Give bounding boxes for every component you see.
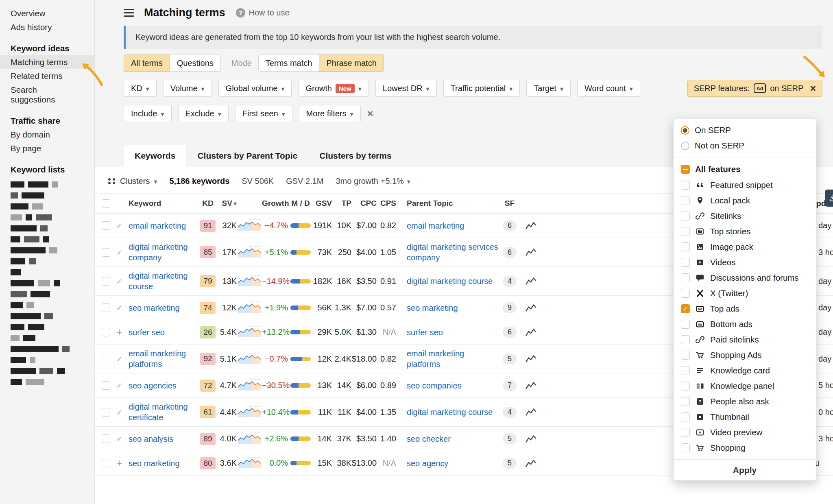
checkbox[interactable] <box>681 382 690 391</box>
col-sv[interactable]: SV <box>218 199 237 208</box>
filter-traffic-potential[interactable]: Traffic potential <box>443 80 520 97</box>
chart-icon[interactable] <box>526 248 536 257</box>
parent-topic-link[interactable]: email marketing <box>407 220 464 231</box>
parent-topic-link[interactable]: surfer seo <box>407 327 443 338</box>
filter-target[interactable]: Target <box>526 80 571 97</box>
tab-keywords[interactable]: Keywords <box>124 145 186 167</box>
serp-feature-people-also-ask[interactable]: ?People also ask <box>674 394 816 409</box>
checkbox[interactable] <box>681 412 690 421</box>
checkbox[interactable] <box>681 181 690 190</box>
chart-icon[interactable] <box>526 221 536 230</box>
tab-clusters-by-parent-topic[interactable]: Clusters by Parent Topic <box>186 145 308 167</box>
radio-icon[interactable] <box>681 126 689 135</box>
add-icon[interactable] <box>116 328 122 337</box>
parent-topic-link[interactable]: digital marketing services company <box>407 242 499 263</box>
checkbox[interactable] <box>681 366 690 375</box>
clear-filters-icon[interactable] <box>367 108 373 119</box>
sidebar-item-matching-terms[interactable]: Matching terms <box>0 55 94 69</box>
col-sf[interactable]: SF <box>499 199 521 208</box>
filter-word-count[interactable]: Word count <box>577 80 640 97</box>
serp-feature-top-stories[interactable]: Top stories <box>674 224 816 239</box>
keyword-link[interactable]: seo analysis <box>129 434 173 444</box>
checkbox[interactable] <box>681 227 690 236</box>
serp-feature-paid-sitelinks[interactable]: Paid sitelinks <box>674 332 816 347</box>
col-kd[interactable]: KD <box>198 199 218 208</box>
row-checkbox[interactable] <box>102 408 110 417</box>
tab-clusters-by-terms[interactable]: Clusters by terms <box>308 145 402 167</box>
sidebar-item-related-terms[interactable]: Related terms <box>0 69 94 83</box>
keyword-link[interactable]: email marketing <box>129 220 186 231</box>
col-keyword[interactable]: Keyword <box>129 199 198 208</box>
checkbox[interactable] <box>681 304 690 313</box>
sidebar-item-by-domain[interactable]: By domain <box>0 128 94 142</box>
radio-not-on-serp[interactable]: Not on SERP <box>674 138 816 153</box>
row-checkbox[interactable] <box>102 248 110 257</box>
row-checkbox[interactable] <box>102 381 110 390</box>
sidebar-item-overview[interactable]: Overview <box>0 7 94 20</box>
tab-phrase-match[interactable]: Phrase match <box>319 55 384 72</box>
tab-questions[interactable]: Questions <box>170 55 221 72</box>
col-cps[interactable]: CPS <box>377 199 396 208</box>
col-tp[interactable]: TP <box>332 199 351 208</box>
col-gsv[interactable]: GSV <box>313 199 332 208</box>
how-to-use-link[interactable]: How to use <box>236 8 290 17</box>
serp-feature-image-pack[interactable]: Image pack <box>674 239 816 255</box>
keyword-link[interactable]: email marketing platforms <box>129 348 194 369</box>
checkbox[interactable] <box>681 335 690 344</box>
tab-all-terms[interactable]: All terms <box>124 55 170 72</box>
tab-terms-match[interactable]: Terms match <box>258 55 319 72</box>
col-cpc[interactable]: CPC <box>351 199 377 208</box>
checkbox[interactable] <box>681 196 690 205</box>
indeterminate-checkbox[interactable] <box>681 165 690 174</box>
radio-icon[interactable] <box>681 142 689 150</box>
chart-icon[interactable] <box>526 277 536 286</box>
serp-feature-bottom-ads[interactable]: AdBottom ads <box>674 316 816 332</box>
keyword-link[interactable]: digital marketing certificate <box>129 401 194 423</box>
filter-include[interactable]: Include <box>124 105 172 122</box>
keyword-link[interactable]: seo agencies <box>129 380 177 391</box>
parent-topic-link[interactable]: seo agency <box>407 458 448 469</box>
keyword-link[interactable]: digital marketing course <box>129 271 194 292</box>
clusters-dropdown[interactable]: Clusters <box>108 177 157 186</box>
row-checkbox[interactable] <box>102 221 110 230</box>
serp-feature-top-ads[interactable]: AdTop ads <box>674 301 816 316</box>
serp-feature-shopping[interactable]: Shopping <box>674 440 816 456</box>
keyword-link[interactable]: seo marketing <box>129 458 180 469</box>
serp-feature-sitelinks[interactable]: Sitelinks <box>674 208 816 224</box>
checkbox[interactable] <box>681 443 690 452</box>
filter-growth[interactable]: GrowthNew <box>298 80 369 97</box>
serp-feature-knowledge-card[interactable]: Knowledge card <box>674 363 816 378</box>
filter-global-volume[interactable]: Global volume <box>218 80 292 97</box>
checkbox[interactable] <box>681 351 690 360</box>
add-icon[interactable] <box>116 459 122 468</box>
checkbox[interactable] <box>681 397 690 406</box>
serp-feature-video-preview[interactable]: Video preview <box>674 425 816 440</box>
row-checkbox[interactable] <box>102 355 110 363</box>
filter-more-filters[interactable]: More filters <box>299 105 361 122</box>
filter-volume[interactable]: Volume <box>163 80 212 97</box>
filter-exclude[interactable]: Exclude <box>178 105 229 122</box>
parent-topic-link[interactable]: seo marketing <box>407 303 458 313</box>
sidebar-item-search-suggestions[interactable]: Search suggestions <box>0 83 94 107</box>
checkbox[interactable] <box>681 320 690 329</box>
export-button[interactable] <box>825 190 833 207</box>
parent-topic-link[interactable]: email marketing platforms <box>407 348 499 369</box>
filter-kd[interactable]: KD <box>124 80 157 97</box>
sidebar-item-by-page[interactable]: By page <box>0 142 94 155</box>
keyword-link[interactable]: digital marketing company <box>129 242 194 263</box>
select-all-checkbox[interactable] <box>102 199 110 208</box>
filter-lowest-dr[interactable]: Lowest DR <box>375 80 437 97</box>
parent-topic-link[interactable]: seo companies <box>407 380 462 391</box>
all-features-toggle[interactable]: All features <box>674 161 816 177</box>
serp-feature-shopping-ads[interactable]: Shopping Ads <box>674 347 816 363</box>
row-checkbox[interactable] <box>102 328 110 336</box>
chart-icon[interactable] <box>526 381 536 390</box>
apply-button[interactable]: Apply <box>674 459 816 480</box>
checkbox[interactable] <box>681 428 690 437</box>
chart-icon[interactable] <box>526 354 536 363</box>
col-parent-topic[interactable]: Parent Topic <box>396 199 499 208</box>
chart-icon[interactable] <box>526 434 536 443</box>
close-icon[interactable] <box>810 83 816 94</box>
chart-icon[interactable] <box>526 328 536 337</box>
growth-dropdown[interactable]: 3mo growth +5.1% <box>336 177 410 186</box>
